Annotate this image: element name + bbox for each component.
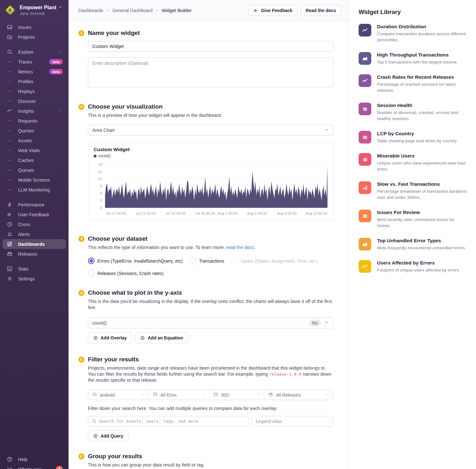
org-switcher[interactable]: Empower Plant Jane Schmidt (0, 0, 69, 22)
svg-text:Jul 17 00:00: Jul 17 00:00 (106, 211, 126, 215)
sidebar-item-discover[interactable]: Discover (3, 96, 66, 106)
yaxis-function-select[interactable]: count() f(x) (88, 318, 333, 328)
add-query-button[interactable]: Add Query (88, 431, 129, 441)
sidebar-item-queries[interactable]: Queries (3, 126, 66, 136)
sidebar-item-label: Alerts (18, 232, 63, 237)
radio-icon (189, 258, 196, 264)
widget-description-input[interactable] (88, 57, 333, 87)
library-item-duration-distribution[interactable]: Duration DistributionCompare transaction… (359, 24, 467, 43)
library-item-users-affected-by-errors[interactable]: Users Affected by ErrorsFootprint of uni… (359, 260, 467, 273)
window-icon (153, 392, 158, 398)
sidebar-item-label: Projects (18, 35, 63, 40)
library-item-description: Most recently seen unresolved issues for… (377, 217, 467, 229)
library-item-description: Number of abnormal, crashed, errored and… (377, 110, 467, 122)
filter-all-releases[interactable]: All Releases (264, 390, 333, 400)
dataset-radio-transactions[interactable]: Transactions (189, 258, 224, 264)
widget-name-input[interactable] (88, 41, 333, 52)
svg-text:0: 0 (100, 206, 102, 210)
library-item-miserable-users[interactable]: Miserable UsersUnique users who have exp… (359, 153, 467, 172)
visualization-select[interactable]: Area Chart (88, 125, 333, 136)
bullet-icon (6, 150, 13, 151)
org-name: Empower Plant (20, 5, 56, 10)
sidebar-item-explore[interactable]: Explore (3, 47, 66, 57)
filter-all-envs[interactable]: All Envs (149, 390, 209, 400)
sidebar-item-help[interactable]: Help (3, 454, 66, 464)
sidebar-item-assets[interactable]: Assets (3, 136, 66, 145)
sidebar-item-replays[interactable]: Replays (3, 86, 66, 96)
sidebar-item-requests[interactable]: Requests (3, 116, 66, 126)
calendar-icon (213, 392, 218, 398)
sidebar-group: ExploreTracesbetaMetricsbetaProfilesRepl… (0, 47, 69, 106)
insights-icon (6, 108, 13, 114)
sidebar-item-dashboards[interactable]: Dashboards (3, 239, 66, 249)
library-item-session-health[interactable]: Session HealthNumber of abnormal, crashe… (359, 103, 467, 122)
sidebar-item-label: Crons (18, 222, 63, 227)
library-item-high-throughput-transactions[interactable]: High Throughput TransactionsTop 5 transa… (359, 52, 467, 65)
widget-library: Widget Library Duration DistributionComp… (349, 0, 476, 469)
radio-label: Releases (Sessions, Crash rates) (97, 271, 164, 276)
library-item-issues-for-review[interactable]: Issues For ReviewMost recently seen unre… (359, 210, 467, 229)
sidebar-item-caches[interactable]: Caches (3, 155, 66, 165)
give-feedback-button[interactable]: Give Feedback (248, 5, 297, 16)
topbar: Dashboards General Dashboard Widget Buil… (69, 0, 349, 21)
page-filter-bar: androidAll Envs30DAll Releases (88, 390, 333, 400)
add-overlay-button[interactable]: Add Overlay (88, 332, 132, 343)
library-item-description: Percentage breakdown of transaction dura… (377, 188, 467, 200)
sidebar-item-settings[interactable]: Settings (3, 274, 66, 284)
sidebar-item-stats[interactable]: Stats (3, 264, 66, 274)
library-item-slow-vs-fast-transactions[interactable]: Slow vs. Fast TransactionsPercentage bre… (359, 181, 467, 200)
sidebar-item-mobile-screens[interactable]: Mobile Screens (3, 175, 66, 185)
step1-title: Name your widget (88, 30, 140, 37)
sidebar-item-label: Performance (18, 202, 63, 207)
sidebar-item-web-vitals[interactable]: Web Vitals (3, 145, 66, 155)
library-item-title: Duration Distribution (377, 24, 467, 30)
sidebar-item-alerts[interactable]: Alerts (3, 229, 66, 239)
bullet-icon (6, 91, 13, 92)
read-the-docs-link[interactable]: read the docs (226, 245, 254, 250)
sidebar-item-user-feedback[interactable]: User Feedback (3, 210, 66, 219)
bullet-icon (6, 160, 13, 161)
sidebar-item-metrics[interactable]: Metricsbeta (3, 67, 66, 77)
library-item-description: Top 5 transactions with the largest volu… (377, 59, 458, 65)
add-equation-button[interactable]: Add an Equation (135, 332, 188, 343)
sidebar-item-llm-monitoring[interactable]: LLM Monitoring (3, 185, 66, 195)
library-item-top-unhandled-error-types[interactable]: Top Unhandled Error TypesMost frequently… (359, 238, 467, 251)
sidebar-item-issues[interactable]: Issues (3, 22, 66, 32)
chevron-up-icon (59, 50, 63, 55)
sidebar-item-traces[interactable]: Tracesbeta (3, 57, 66, 67)
sidebar-item-queues[interactable]: Queues (3, 165, 66, 175)
filter-android[interactable]: android (88, 390, 149, 400)
svg-text:Aug 1 00:00: Aug 1 00:00 (218, 211, 237, 215)
sidebar-item-projects[interactable]: Projects (3, 32, 66, 42)
step6-subtitle: This is how you can group your data resu… (88, 462, 334, 468)
sidebar-item-label: Issues (18, 25, 63, 30)
sidebar-item-insights[interactable]: Insights (3, 106, 66, 116)
filter-30d[interactable]: 30D (209, 390, 264, 400)
dataset-options: Errors (TypeError, InvalidSearchQuery, e… (88, 258, 335, 277)
sidebar-item-label: What's new (18, 467, 56, 469)
library-item-title: Top Unhandled Error Types (377, 238, 466, 244)
dataset-radio-releases[interactable]: Releases (Sessions, Crash rates) (88, 270, 164, 277)
area-chart-icon (359, 238, 371, 251)
bullet-icon (6, 61, 13, 63)
legend-alias-input[interactable] (252, 416, 333, 426)
dataset-radio-issues: Issues (States, Assignment, Time, etc.) (231, 258, 318, 264)
library-item-description: Footprint of unique users affected by er… (377, 267, 460, 273)
bars-icon (359, 131, 371, 144)
read-docs-button[interactable]: Read the docs (301, 5, 341, 16)
sidebar-item-performance[interactable]: Performance (3, 200, 66, 210)
query-search-input[interactable] (99, 419, 245, 424)
breadcrumb-dashboards[interactable]: Dashboards (78, 8, 103, 13)
step1-number-badge: 1 (78, 30, 84, 36)
dataset-radio-errors[interactable]: Errors (TypeError, InvalidSearchQuery, e… (88, 258, 182, 264)
bullet-icon (6, 120, 13, 122)
sidebar-item-what-s-new[interactable]: What's new1 (3, 464, 66, 469)
library-item-crash-rates-for-recent-releases[interactable]: Crash Rates for Recent ReleasesPercentag… (359, 74, 467, 93)
sidebar-item-releases[interactable]: Releases (3, 249, 66, 259)
sidebar-item-profiles[interactable]: Profiles (3, 77, 66, 86)
sidebar-item-crons[interactable]: Crons (3, 219, 66, 229)
library-item-lcp-by-country[interactable]: LCP by CountryTable showing page load ti… (359, 131, 467, 144)
library-item-description: Most frequently encountered unhandled er… (377, 245, 466, 251)
breadcrumb-general-dashboard[interactable]: General Dashboard (112, 8, 153, 13)
step6-heading: 6 Group your results (78, 453, 349, 460)
